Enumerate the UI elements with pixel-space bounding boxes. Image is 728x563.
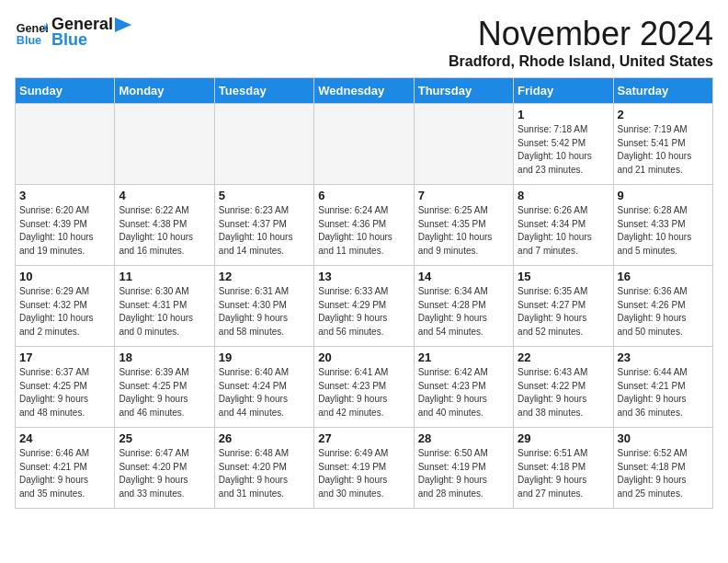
day-detail: Sunrise: 6:29 AM Sunset: 4:32 PM Dayligh…: [19, 285, 110, 339]
svg-marker-4: [115, 17, 131, 32]
svg-text:Blue: Blue: [17, 34, 41, 47]
calendar-cell: 25Sunrise: 6:47 AM Sunset: 4:20 PM Dayli…: [115, 428, 214, 509]
calendar-cell: [115, 104, 214, 185]
calendar-cell: 14Sunrise: 6:34 AM Sunset: 4:28 PM Dayli…: [414, 266, 513, 347]
day-number: 11: [119, 270, 210, 283]
calendar-cell: 8Sunrise: 6:26 AM Sunset: 4:34 PM Daylig…: [514, 185, 613, 266]
day-number: 1: [518, 108, 609, 121]
calendar-cell: 6Sunrise: 6:24 AM Sunset: 4:36 PM Daylig…: [314, 185, 414, 266]
calendar-cell: 28Sunrise: 6:50 AM Sunset: 4:19 PM Dayli…: [414, 428, 513, 509]
weekday-header: Sunday: [16, 78, 115, 104]
calendar-cell: 13Sunrise: 6:33 AM Sunset: 4:29 PM Dayli…: [314, 266, 414, 347]
weekday-header: Tuesday: [214, 78, 313, 104]
day-detail: Sunrise: 6:48 AM Sunset: 4:20 PM Dayligh…: [219, 447, 310, 500]
day-number: 5: [219, 189, 310, 202]
day-detail: Sunrise: 6:30 AM Sunset: 4:31 PM Dayligh…: [119, 285, 210, 339]
calendar-week-row: 1Sunrise: 7:18 AM Sunset: 5:42 PM Daylig…: [16, 104, 713, 185]
day-detail: Sunrise: 6:22 AM Sunset: 4:38 PM Dayligh…: [119, 204, 210, 258]
calendar-cell: [214, 104, 313, 185]
weekday-header: Monday: [115, 78, 214, 104]
calendar-week-row: 24Sunrise: 6:46 AM Sunset: 4:21 PM Dayli…: [16, 428, 713, 509]
day-detail: Sunrise: 6:28 AM Sunset: 4:33 PM Dayligh…: [618, 204, 709, 258]
day-number: 29: [518, 431, 609, 445]
title-area: November 2024 Bradford, Rhode Island, Un…: [449, 15, 713, 70]
calendar-cell: 30Sunrise: 6:52 AM Sunset: 4:18 PM Dayli…: [613, 428, 712, 509]
day-detail: Sunrise: 6:33 AM Sunset: 4:29 PM Dayligh…: [318, 285, 409, 339]
logo: General Blue General Blue: [15, 15, 131, 50]
day-detail: Sunrise: 6:39 AM Sunset: 4:25 PM Dayligh…: [119, 366, 210, 419]
weekday-header: Wednesday: [314, 78, 414, 104]
day-detail: Sunrise: 6:51 AM Sunset: 4:18 PM Dayligh…: [518, 447, 609, 500]
calendar-week-row: 10Sunrise: 6:29 AM Sunset: 4:32 PM Dayli…: [16, 266, 713, 347]
calendar-cell: 7Sunrise: 6:25 AM Sunset: 4:35 PM Daylig…: [414, 185, 513, 266]
day-number: 7: [418, 189, 509, 202]
calendar-cell: 3Sunrise: 6:20 AM Sunset: 4:39 PM Daylig…: [16, 185, 115, 266]
day-number: 17: [19, 350, 110, 364]
calendar-cell: 4Sunrise: 6:22 AM Sunset: 4:38 PM Daylig…: [115, 185, 214, 266]
day-detail: Sunrise: 6:24 AM Sunset: 4:36 PM Dayligh…: [318, 204, 409, 258]
calendar-cell: 1Sunrise: 7:18 AM Sunset: 5:42 PM Daylig…: [514, 104, 613, 185]
calendar-cell: 16Sunrise: 6:36 AM Sunset: 4:26 PM Dayli…: [613, 266, 712, 347]
day-detail: Sunrise: 6:26 AM Sunset: 4:34 PM Dayligh…: [518, 204, 609, 258]
logo-arrow-icon: [115, 17, 131, 32]
calendar-cell: 26Sunrise: 6:48 AM Sunset: 4:20 PM Dayli…: [214, 428, 313, 509]
day-detail: Sunrise: 6:37 AM Sunset: 4:25 PM Dayligh…: [19, 366, 110, 419]
logo-icon: General Blue: [15, 16, 48, 49]
day-detail: Sunrise: 6:41 AM Sunset: 4:23 PM Dayligh…: [318, 366, 409, 419]
day-number: 27: [318, 431, 409, 445]
day-number: 9: [618, 189, 709, 202]
calendar-cell: 11Sunrise: 6:30 AM Sunset: 4:31 PM Dayli…: [115, 266, 214, 347]
calendar-cell: 22Sunrise: 6:43 AM Sunset: 4:22 PM Dayli…: [514, 347, 613, 428]
calendar-week-row: 17Sunrise: 6:37 AM Sunset: 4:25 PM Dayli…: [16, 347, 713, 428]
calendar-cell: [414, 104, 513, 185]
day-number: 8: [518, 189, 609, 202]
day-number: 21: [418, 350, 509, 364]
calendar-cell: [16, 104, 115, 185]
day-detail: Sunrise: 6:20 AM Sunset: 4:39 PM Dayligh…: [19, 204, 110, 258]
day-number: 30: [618, 431, 709, 445]
day-detail: Sunrise: 7:19 AM Sunset: 5:41 PM Dayligh…: [618, 123, 709, 177]
day-detail: Sunrise: 6:49 AM Sunset: 4:19 PM Dayligh…: [318, 447, 409, 500]
day-detail: Sunrise: 6:52 AM Sunset: 4:18 PM Dayligh…: [618, 447, 709, 500]
day-detail: Sunrise: 6:47 AM Sunset: 4:20 PM Dayligh…: [119, 447, 210, 500]
calendar-cell: 17Sunrise: 6:37 AM Sunset: 4:25 PM Dayli…: [16, 347, 115, 428]
location: Bradford, Rhode Island, United States: [449, 53, 713, 70]
weekday-header: Thursday: [414, 78, 513, 104]
day-detail: Sunrise: 6:43 AM Sunset: 4:22 PM Dayligh…: [518, 366, 609, 419]
day-number: 20: [318, 350, 409, 364]
day-number: 12: [219, 270, 310, 283]
calendar-week-row: 3Sunrise: 6:20 AM Sunset: 4:39 PM Daylig…: [16, 185, 713, 266]
day-number: 14: [418, 270, 509, 283]
day-number: 2: [618, 108, 709, 121]
day-detail: Sunrise: 6:36 AM Sunset: 4:26 PM Dayligh…: [618, 285, 709, 339]
day-number: 28: [418, 431, 509, 445]
day-number: 25: [119, 431, 210, 445]
day-detail: Sunrise: 6:31 AM Sunset: 4:30 PM Dayligh…: [219, 285, 310, 339]
calendar-cell: 29Sunrise: 6:51 AM Sunset: 4:18 PM Dayli…: [514, 428, 613, 509]
day-detail: Sunrise: 6:44 AM Sunset: 4:21 PM Dayligh…: [618, 366, 709, 419]
day-detail: Sunrise: 6:46 AM Sunset: 4:21 PM Dayligh…: [19, 447, 110, 500]
weekday-header: Saturday: [613, 78, 712, 104]
day-number: 15: [518, 270, 609, 283]
month-title: November 2024: [449, 15, 713, 53]
day-number: 4: [119, 189, 210, 202]
day-number: 3: [19, 189, 110, 202]
day-detail: Sunrise: 6:23 AM Sunset: 4:37 PM Dayligh…: [219, 204, 310, 258]
calendar-cell: 10Sunrise: 6:29 AM Sunset: 4:32 PM Dayli…: [16, 266, 115, 347]
day-detail: Sunrise: 6:35 AM Sunset: 4:27 PM Dayligh…: [518, 285, 609, 339]
day-number: 16: [618, 270, 709, 283]
header-area: General Blue General Blue November 2024 …: [15, 15, 713, 70]
calendar-cell: 2Sunrise: 7:19 AM Sunset: 5:41 PM Daylig…: [613, 104, 712, 185]
calendar-cell: 24Sunrise: 6:46 AM Sunset: 4:21 PM Dayli…: [16, 428, 115, 509]
calendar-cell: [314, 104, 414, 185]
day-number: 22: [518, 350, 609, 364]
calendar-cell: 5Sunrise: 6:23 AM Sunset: 4:37 PM Daylig…: [214, 185, 313, 266]
calendar-cell: 18Sunrise: 6:39 AM Sunset: 4:25 PM Dayli…: [115, 347, 214, 428]
day-detail: Sunrise: 6:25 AM Sunset: 4:35 PM Dayligh…: [418, 204, 509, 258]
day-number: 23: [618, 350, 709, 364]
day-number: 6: [318, 189, 409, 202]
calendar-cell: 21Sunrise: 6:42 AM Sunset: 4:23 PM Dayli…: [414, 347, 513, 428]
day-detail: Sunrise: 6:40 AM Sunset: 4:24 PM Dayligh…: [219, 366, 310, 419]
weekday-header: Friday: [514, 78, 613, 104]
calendar-cell: 9Sunrise: 6:28 AM Sunset: 4:33 PM Daylig…: [613, 185, 712, 266]
